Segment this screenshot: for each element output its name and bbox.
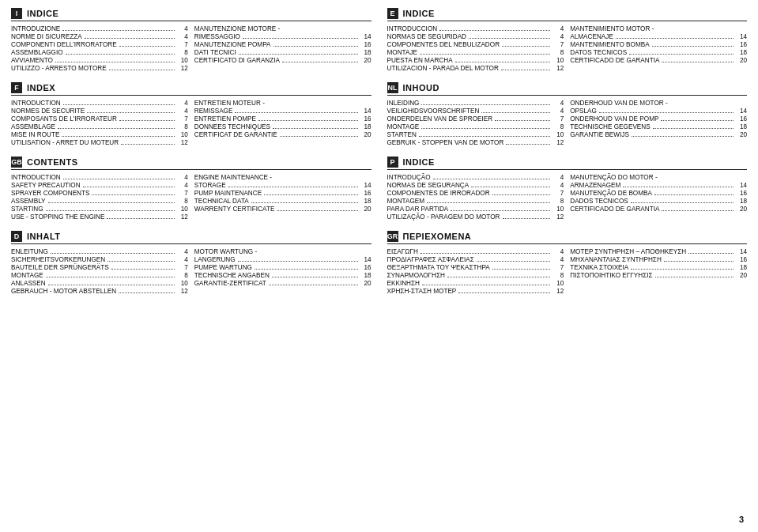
toc-row: SICHERHEITSVORKERUNGEN4: [11, 256, 188, 263]
toc-dots: [420, 253, 550, 254]
toc-dots: [269, 285, 358, 285]
toc-page-num: 8: [552, 123, 564, 130]
toc-row: NORME DI SICUREZZA4: [11, 33, 188, 40]
toc-page-num: 8: [177, 272, 188, 279]
toc-row: INTRODUZIONE4: [11, 25, 188, 32]
toc-page-num: 4: [177, 174, 188, 181]
toc-label: USE - STOPPING THE ENGINE: [11, 213, 104, 221]
toc-dots: [264, 194, 357, 195]
toc-row: PUMP MAINTENANCE16: [194, 190, 371, 197]
toc-row: MANUTENZIONE MOTORE -: [194, 25, 371, 32]
toc-row: ΧΡΗΣΗ-ΣΤΑΣΗ ΜΟΤΕΡ12: [387, 288, 564, 295]
toc-page-num: 4: [552, 33, 564, 40]
toc-label: MANTENIMIENTO BOMBA: [570, 41, 649, 48]
section-badge-i: I: [11, 8, 22, 19]
toc-page-num: 12: [552, 139, 564, 146]
section-p: PINDICEINTRODUÇÃO4NORMAS DE SEGURANÇA4CO…: [387, 157, 748, 221]
toc-dots: [481, 112, 550, 113]
toc-row: CERTIFICAT DE GARANTIE20: [194, 131, 371, 138]
section-d: DINHALTENLEITUNG4SICHERHEITSVORKERUNGEN4…: [11, 231, 371, 296]
toc-label: STARTING: [11, 206, 43, 213]
toc-row: ΤΕΧΝΙΚΑ ΣΤΟΙΧΕΙΑ18: [570, 264, 747, 271]
toc-row: CERTIFICATO DI GARANZIA20: [194, 57, 371, 64]
toc-row: ΣΥΝΑΡΜΟΛΟΓΗΣΗ8: [387, 272, 564, 279]
toc-dots: [48, 202, 175, 203]
toc-dots: [477, 261, 551, 262]
toc-row: NORMAS DE SEGURIDAD4: [387, 33, 564, 40]
toc-label: ENGINE MAINTENANCE -: [194, 174, 272, 181]
toc-dots: [46, 277, 175, 277]
toc-dots: [282, 62, 357, 62]
toc-label: GARANTIE BEWIJS: [570, 131, 629, 138]
toc-row: ANLASSEN10: [11, 280, 188, 287]
toc-label: ΕΙΣΑΓΩΓΗ: [387, 248, 418, 255]
toc-label: NORMES DE SECURITE: [11, 108, 85, 115]
toc-label: ΤΕΧΝΙΚΑ ΣΤΟΙΧΕΙΑ: [570, 264, 628, 271]
toc-label: ONDERHOUD VAN DE POMP: [570, 115, 658, 123]
toc-page-num: 12: [552, 65, 564, 72]
section-e: EINDICEINTRODUCCION4NORMAS DE SEGURIDAD4…: [387, 8, 748, 73]
toc-row: NORMAS DE SEGURANÇA4: [387, 182, 564, 189]
toc-page-num: 4: [177, 33, 188, 40]
toc-label: ALMACENAJE: [570, 33, 613, 40]
toc-page-num: 14: [736, 182, 747, 189]
toc-dots: [662, 210, 733, 211]
toc-row: ENGINE MAINTENANCE -: [194, 174, 371, 181]
toc-label: NORMAS DE SEGURIDAD: [387, 33, 467, 40]
toc-dots: [420, 54, 550, 55]
toc-page-num: 4: [552, 248, 564, 255]
toc-dots: [623, 187, 733, 187]
toc-page-num: 16: [360, 115, 371, 123]
toc-row: MISE IN ROUTE10: [11, 131, 188, 138]
toc-row: UTILIZZO - ARRESTO MOTORE12: [11, 65, 188, 72]
toc-page-num: 20: [736, 57, 747, 64]
toc-page-num: 8: [552, 198, 564, 205]
toc-row: COMPONENTES DEL NEBULIZADOR7: [387, 41, 564, 48]
toc-label: ARMAZENAGEM: [570, 182, 620, 189]
toc-label: MOTOR WARTUNG -: [194, 248, 257, 255]
toc-dots: [109, 70, 175, 70]
toc-dots: [85, 38, 175, 39]
toc-label: OPSLAG: [570, 108, 597, 115]
toc-label: GEBRAUCH - MOTOR ABSTELLEN: [11, 288, 116, 295]
toc-label: PUMP MAINTENANCE: [194, 190, 262, 197]
toc-page-num: 10: [177, 206, 188, 213]
section-nl: NLINHOUDINLEIDING4VEILIGHIDSVOORSCHRIFTE…: [387, 82, 748, 147]
toc-page-num: 10: [552, 57, 564, 64]
section-title-d: INHALT: [27, 232, 61, 241]
toc-label: MANTENIMIENTO MOTOR -: [570, 25, 654, 32]
toc-row: AVVIAMENTO10: [11, 57, 188, 64]
toc-row: MONTAGEM8: [387, 198, 564, 205]
toc-dots: [495, 120, 550, 121]
section-badge-f: F: [11, 82, 22, 93]
toc-row: ΜΗΧΑΝΑΝΤΛΙΑΣ ΣΥΝΤΗΡΗΣΗ16: [570, 256, 747, 263]
toc-row: COMPOSANTS DE L'IRRORATEUR7: [11, 115, 188, 123]
toc-dots: [111, 269, 175, 270]
section-header-nl: NLINHOUD: [387, 82, 748, 96]
toc-page-num: 7: [552, 115, 564, 123]
toc-page-num: 4: [552, 108, 564, 115]
toc-dots: [654, 194, 733, 195]
toc-page-num: 16: [360, 264, 371, 271]
toc-page-num: 16: [736, 256, 747, 263]
toc-label: MANUTENÇÃO DE BOMBA: [570, 190, 652, 197]
toc-label: TECHNISCHE GEGEVENS: [570, 123, 650, 130]
toc-dots: [471, 187, 550, 187]
toc-label: PUESTA EN MARCHA: [387, 57, 453, 64]
toc-page-num: 4: [552, 174, 564, 181]
toc-dots: [58, 128, 175, 129]
toc-row: LANGERUNG14: [194, 256, 371, 263]
toc-row: ENTRETIEN POMPE16: [194, 115, 371, 123]
toc-page-num: 10: [177, 280, 188, 287]
toc-row: GEBRUIK - STOPPEN VAN DE MOTOR12: [387, 139, 564, 146]
toc-label: DADOS TECNICOS: [570, 198, 628, 205]
toc-label: PUMPE WARTUNG: [194, 264, 252, 271]
toc-cols-f: INTRODUCTION4NORMES DE SECURITE4COMPOSAN…: [11, 100, 371, 147]
toc-page-num: 4: [177, 100, 188, 107]
toc-row: TECHNISCHE ANGABEN18: [194, 272, 371, 279]
toc-page-num: 7: [177, 190, 188, 197]
toc-dots: [455, 62, 551, 62]
toc-dots: [501, 70, 550, 70]
toc-page-num: 7: [177, 264, 188, 271]
toc-label: ENTRETIEN POMPE: [194, 115, 256, 123]
